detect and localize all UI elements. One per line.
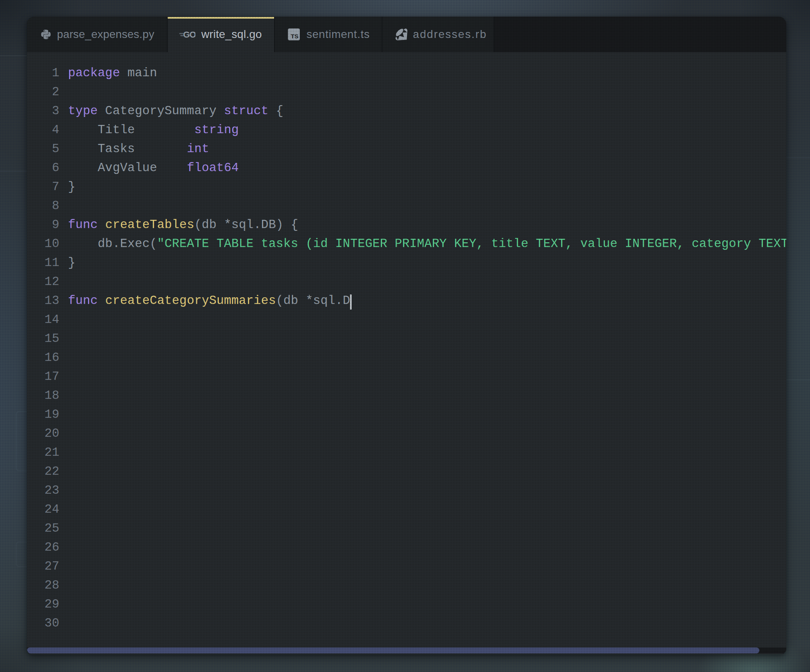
svg-text:TS: TS (291, 33, 298, 40)
svg-text:GO: GO (183, 30, 195, 40)
